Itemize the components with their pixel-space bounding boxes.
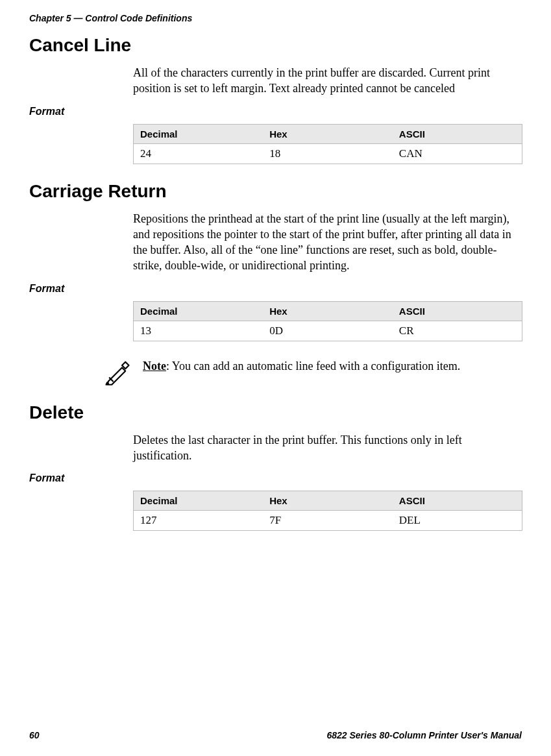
body-text-cancel-line: All of the characters currently in the p… bbox=[133, 65, 519, 97]
format-label: Format bbox=[29, 106, 522, 117]
cell-hex: 18 bbox=[263, 143, 393, 164]
cell-ascii: CAN bbox=[393, 143, 522, 164]
note-body: : You can add an automatic line feed wit… bbox=[166, 360, 460, 372]
pencil-icon bbox=[104, 361, 131, 388]
col-header-decimal: Decimal bbox=[134, 301, 263, 321]
cell-ascii: CR bbox=[393, 321, 522, 341]
chapter-header: Chapter 5 — Control Code Definitions bbox=[29, 13, 522, 23]
body-text-carriage-return: Repositions the printhead at the start o… bbox=[133, 211, 519, 274]
col-header-ascii: ASCII bbox=[393, 491, 522, 511]
page-number: 60 bbox=[29, 730, 40, 740]
format-label: Format bbox=[29, 472, 522, 484]
page-footer: 60 6822 Series 80-Column Printer User's … bbox=[29, 730, 522, 740]
section-title-carriage-return: Carriage Return bbox=[29, 181, 522, 202]
table-row: 13 0D CR bbox=[134, 321, 522, 341]
section-title-cancel-line: Cancel Line bbox=[29, 35, 522, 56]
cell-ascii: DEL bbox=[393, 511, 522, 531]
cell-decimal: 24 bbox=[134, 143, 263, 164]
cell-decimal: 13 bbox=[134, 321, 263, 341]
col-header-hex: Hex bbox=[263, 491, 393, 511]
note-block: Note: You can add an automatic line feed… bbox=[104, 358, 519, 388]
body-text-delete: Deletes the last character in the print … bbox=[133, 432, 519, 464]
manual-title: 6822 Series 80-Column Printer User's Man… bbox=[326, 730, 522, 740]
format-table-delete: Decimal Hex ASCII 127 7F DEL bbox=[133, 491, 522, 531]
section-title-delete: Delete bbox=[29, 402, 522, 423]
col-header-hex: Hex bbox=[263, 124, 393, 143]
table-row: 24 18 CAN bbox=[134, 143, 522, 164]
table-header-row: Decimal Hex ASCII bbox=[134, 301, 522, 321]
col-header-decimal: Decimal bbox=[134, 124, 263, 143]
cell-decimal: 127 bbox=[134, 511, 263, 531]
note-text: Note: You can add an automatic line feed… bbox=[143, 358, 460, 374]
col-header-ascii: ASCII bbox=[393, 124, 522, 143]
col-header-hex: Hex bbox=[263, 301, 393, 321]
col-header-ascii: ASCII bbox=[393, 301, 522, 321]
note-label: Note bbox=[143, 360, 166, 372]
table-header-row: Decimal Hex ASCII bbox=[134, 491, 522, 511]
cell-hex: 7F bbox=[263, 511, 393, 531]
col-header-decimal: Decimal bbox=[134, 491, 263, 511]
format-label: Format bbox=[29, 283, 522, 295]
format-table-cancel-line: Decimal Hex ASCII 24 18 CAN bbox=[133, 124, 522, 164]
table-header-row: Decimal Hex ASCII bbox=[134, 124, 522, 143]
table-row: 127 7F DEL bbox=[134, 511, 522, 531]
cell-hex: 0D bbox=[263, 321, 393, 341]
format-table-carriage-return: Decimal Hex ASCII 13 0D CR bbox=[133, 301, 522, 341]
